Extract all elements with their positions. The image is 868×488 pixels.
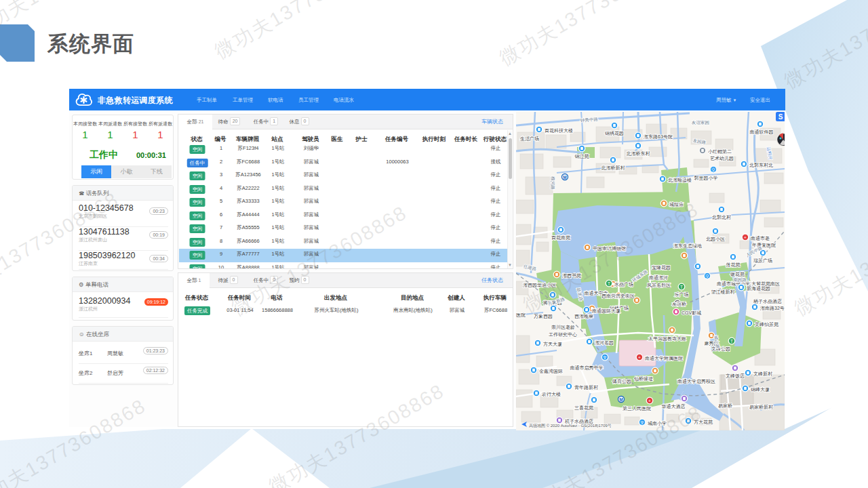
svg-text:南园路: 南园路 bbox=[733, 277, 747, 283]
svg-text:城南小学: 城南小学 bbox=[647, 421, 667, 426]
svg-text:+: + bbox=[648, 399, 651, 403]
svg-text:南通大学附属医院: 南通大学附属医院 bbox=[645, 355, 683, 361]
svg-text:北潪桥东村: 北潪桥东村 bbox=[627, 151, 650, 157]
svg-text:锦江苑: 锦江苑 bbox=[574, 154, 589, 159]
svg-text:银花苑: 银花苑 bbox=[730, 272, 745, 277]
svg-text:潪西园华迪小区: 潪西园华迪小区 bbox=[523, 283, 556, 288]
svg-text:南通市启秀中学: 南通市启秀中学 bbox=[570, 365, 604, 371]
svg-text:北潪顺适楼: 北潪顺适楼 bbox=[668, 178, 692, 183]
svg-text:南通国际大厦: 南通国际大厦 bbox=[592, 308, 620, 314]
svg-text:生活广场: 生活广场 bbox=[520, 136, 539, 142]
svg-text:南通软件园: 南通软件园 bbox=[750, 129, 774, 135]
svg-text:华通大酒店: 华通大酒店 bbox=[662, 403, 686, 409]
svg-text:医院: 医院 bbox=[516, 312, 526, 318]
svg-text:高德地图 © 2020 AutoNavi - GS(2018: 高德地图 © 2020 AutoNavi - GS(2018)1709号 bbox=[529, 423, 612, 428]
svg-text:方天大厦: 方天大厦 bbox=[543, 341, 562, 347]
svg-text:西潪晚翠: 西潪晚翠 bbox=[574, 314, 593, 319]
svg-text:T: T bbox=[680, 285, 683, 289]
svg-text:易家桥: 易家桥 bbox=[718, 403, 732, 409]
svg-text:M: M bbox=[619, 397, 623, 402]
svg-text:T: T bbox=[730, 339, 733, 344]
svg-text:艺术幼儿园: 艺术幼儿园 bbox=[710, 156, 734, 161]
svg-text:文峰饭店: 文峰饭店 bbox=[726, 373, 745, 378]
svg-text:百花科技大楼: 百花科技大楼 bbox=[545, 128, 573, 134]
svg-text:太平兴国教寺大殿: 太平兴国教寺大殿 bbox=[648, 336, 686, 342]
svg-text:北郭东村北: 北郭东村北 bbox=[749, 163, 773, 168]
svg-text:CGV影城: CGV影城 bbox=[682, 310, 701, 315]
svg-text:莲花苑: 莲花苑 bbox=[726, 262, 741, 268]
svg-text:横河路: 横河路 bbox=[550, 176, 555, 190]
svg-text:体育公园: 体育公园 bbox=[612, 378, 631, 384]
svg-text:青年路新村: 青年路新村 bbox=[574, 384, 598, 390]
svg-text:北园小区: 北园小区 bbox=[706, 237, 725, 242]
svg-text:潪东路63号院: 潪东路63号院 bbox=[644, 134, 673, 140]
svg-text:崇川区老龄: 崇川区老龄 bbox=[551, 325, 575, 330]
svg-text:郭里园小学: 郭里园小学 bbox=[694, 176, 718, 181]
svg-text:西南营历史街区: 西南营历史街区 bbox=[601, 293, 635, 299]
svg-text:城隍庙: 城隍庙 bbox=[669, 202, 684, 207]
svg-text:风景名胜区: 风景名胜区 bbox=[647, 283, 671, 288]
svg-text:+: + bbox=[638, 355, 641, 360]
svg-text:望江楼新村: 望江楼新村 bbox=[711, 289, 735, 295]
svg-text:瑞景广场: 瑞景广场 bbox=[753, 258, 772, 264]
svg-text:南通潪河: 南通潪河 bbox=[649, 274, 668, 281]
svg-text:北郭北村: 北郭北村 bbox=[712, 215, 731, 220]
svg-text:+: + bbox=[744, 235, 747, 240]
svg-text:潪南路32号小区: 潪南路32号小区 bbox=[760, 306, 785, 311]
svg-text:栖子水晶酒店: 栖子水晶酒店 bbox=[753, 298, 782, 304]
svg-text:潪河名园: 潪河名园 bbox=[595, 340, 614, 346]
svg-text:文: 文 bbox=[640, 420, 645, 425]
svg-text:水晶广场: 水晶广场 bbox=[614, 282, 633, 287]
svg-text:工作研究中心: 工作研究中心 bbox=[549, 332, 577, 338]
svg-text:金鑫湾国际: 金鑫湾国际 bbox=[539, 369, 563, 374]
svg-text:潪西书苑: 潪西书苑 bbox=[562, 273, 581, 279]
svg-text:易家桥新村: 易家桥新村 bbox=[749, 404, 773, 410]
svg-text:友谊桥: 友谊桥 bbox=[672, 301, 686, 306]
svg-text:友谊家园: 友谊家园 bbox=[692, 120, 709, 125]
svg-text:中国审计博物馆: 中国审计博物馆 bbox=[593, 246, 626, 251]
svg-text:农行大楼: 农行大楼 bbox=[541, 392, 561, 397]
svg-text:文峰新村: 文峰新村 bbox=[753, 371, 772, 377]
svg-text:锦峰大厦: 锦峰大厦 bbox=[750, 387, 770, 392]
svg-text:文峰怡景苑: 文峰怡景苑 bbox=[755, 321, 778, 327]
svg-text:M: M bbox=[563, 175, 566, 180]
svg-text:新海通花园: 新海通花园 bbox=[747, 285, 770, 291]
svg-text:北潪桥新村: 北潪桥新村 bbox=[601, 165, 625, 171]
svg-text:小红帽第二: 小红帽第二 bbox=[708, 149, 732, 155]
svg-text:万象西园: 万象西园 bbox=[534, 314, 553, 319]
svg-text:潪东生态绿地: 潪东生态绿地 bbox=[673, 243, 702, 249]
svg-text:文: 文 bbox=[603, 355, 608, 360]
svg-text:宝隆花园: 宝隆花园 bbox=[652, 265, 671, 270]
svg-text:乐广场: 乐广场 bbox=[675, 292, 689, 298]
svg-text:S: S bbox=[778, 113, 783, 121]
svg-text:交: 交 bbox=[711, 167, 716, 172]
svg-text:方大花苑: 方大花苑 bbox=[694, 419, 713, 425]
svg-text:南通市老: 南通市老 bbox=[751, 235, 770, 241]
svg-text:第三人民医院: 第三人民医院 bbox=[623, 406, 651, 411]
svg-text:仙桥缘堤: 仙桥缘堤 bbox=[634, 376, 653, 382]
svg-text:锦绣花园: 锦绣花园 bbox=[604, 131, 624, 136]
svg-text:百花南苑: 百花南苑 bbox=[551, 235, 570, 241]
svg-text:T: T bbox=[608, 281, 610, 286]
svg-text:三喜花苑: 三喜花苑 bbox=[574, 405, 593, 411]
svg-text:交: 交 bbox=[705, 274, 710, 279]
svg-text:南通大学启秀校区: 南通大学启秀校区 bbox=[677, 378, 715, 384]
